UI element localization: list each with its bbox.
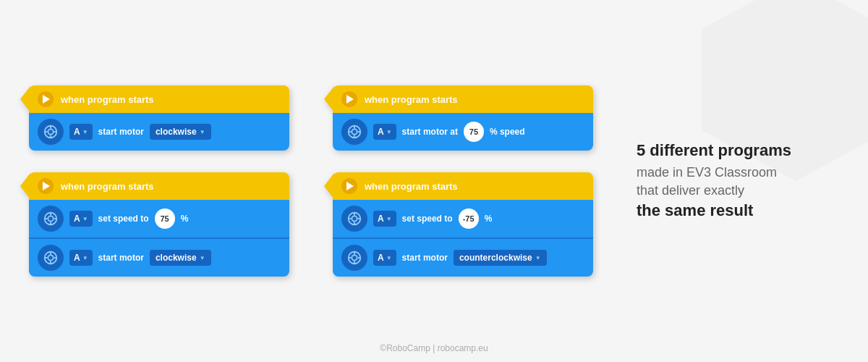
unit-text-5a: % [485, 214, 493, 224]
action-text-4a: set speed to [98, 214, 149, 224]
direction-dropdown-5b: ▼ [535, 255, 541, 261]
port-dropdown-4b: ▼ [82, 255, 88, 261]
motor-icon-4a [38, 206, 64, 232]
trigger-block-5: when program starts [333, 172, 593, 200]
port-label-4b: A [74, 253, 80, 263]
right-line1: 5 different programs [637, 140, 791, 162]
action-block-1: A ▼ start motor clockwise ▼ [29, 113, 289, 151]
svg-point-32 [352, 216, 357, 221]
port-dropdown-5b: ▼ [386, 255, 392, 261]
port-dropdown-5a: ▼ [386, 216, 392, 222]
play-icon-2 [341, 91, 357, 107]
right-panel: 5 different programs made in EV3 Classro… [608, 140, 839, 222]
port-label-4a: A [74, 214, 80, 224]
block-group-2: when program starts A ▼ [333, 85, 593, 151]
svg-point-8 [352, 129, 357, 134]
play-icon-5 [341, 178, 357, 194]
action-block-2: A ▼ start motor at 75 % speed [333, 113, 593, 151]
value-bubble-5a: -75 [459, 209, 479, 229]
action-text-2: start motor at [402, 127, 458, 137]
main-container: when program starts A ▼ [0, 0, 868, 362]
footer-text: ©RoboCamp | robocamp.eu [380, 343, 488, 353]
direction-dropdown-1: ▼ [200, 129, 205, 135]
port-selector-2[interactable]: A ▼ [373, 124, 396, 140]
motor-icon-1 [38, 119, 64, 145]
svg-point-20 [48, 216, 53, 221]
block-group-1: when program starts A ▼ [29, 85, 289, 151]
unit-text-4a: % [181, 214, 189, 224]
value-bubble-4a: 75 [155, 209, 175, 229]
direction-label-4b: clockwise [156, 253, 197, 263]
direction-label-5b: counterclockwise [459, 253, 532, 263]
right-line3: that deliver exactly [637, 182, 791, 200]
port-dropdown-4a: ▼ [82, 216, 88, 222]
port-selector-4b[interactable]: A ▼ [69, 250, 93, 266]
port-dropdown-1: ▼ [82, 129, 88, 135]
trigger-block-2: when program starts [333, 85, 593, 113]
action-text-4b: start motor [98, 253, 144, 263]
trigger-text-5: when program starts [365, 181, 458, 192]
action-block-5a: A ▼ set speed to -75 % [333, 200, 593, 237]
action-text-1: start motor [98, 127, 144, 137]
direction-dropdown-4b: ▼ [200, 255, 205, 261]
motor-icon-5a [341, 206, 367, 232]
port-dropdown-2: ▼ [386, 129, 392, 135]
direction-selector-1[interactable]: clockwise ▼ [150, 124, 211, 140]
port-label-2: A [378, 127, 384, 137]
trigger-block-4: when program starts [29, 172, 289, 200]
play-icon-4 [38, 178, 54, 194]
action-text-5b: start motor [402, 253, 448, 263]
block-group-4: when program starts A ▼ [29, 172, 289, 277]
action-block-5b: A ▼ start motor counterclockwise ▼ [333, 237, 593, 277]
port-label-5a: A [378, 214, 384, 224]
port-selector-5a[interactable]: A ▼ [373, 211, 396, 227]
direction-label-1: clockwise [156, 127, 197, 137]
motor-icon-4b [38, 245, 64, 271]
port-selector-5b[interactable]: A ▼ [373, 250, 396, 266]
play-icon-1 [38, 91, 54, 107]
action-block-4b: A ▼ start motor clockwise ▼ [29, 237, 289, 277]
action-text-5a: set speed to [402, 214, 453, 224]
svg-point-2 [48, 129, 53, 134]
port-label-1: A [74, 127, 80, 137]
unit-text-2: % speed [490, 127, 525, 137]
trigger-text-4: when program starts [61, 181, 154, 192]
value-bubble-2: 75 [464, 122, 484, 142]
motor-icon-2 [341, 119, 367, 145]
port-label-5b: A [378, 253, 384, 263]
block-group-5: when program starts A ▼ [333, 172, 593, 277]
trigger-block-1: when program starts [29, 85, 289, 113]
direction-selector-5b[interactable]: counterclockwise ▼ [454, 250, 547, 266]
svg-point-26 [48, 255, 53, 260]
direction-selector-4b[interactable]: clockwise ▼ [150, 250, 211, 266]
trigger-text-2: when program starts [365, 94, 458, 105]
motor-icon-5b [341, 245, 367, 271]
right-line2: made in EV3 Classroom [637, 164, 791, 182]
port-selector-4a[interactable]: A ▼ [69, 211, 93, 227]
svg-point-38 [352, 255, 357, 260]
port-selector-1[interactable]: A ▼ [69, 124, 93, 140]
blocks-area: when program starts A ▼ [29, 85, 608, 277]
right-line4: the same result [637, 200, 791, 222]
action-block-4a: A ▼ set speed to 75 % [29, 200, 289, 237]
trigger-text-1: when program starts [61, 94, 154, 105]
